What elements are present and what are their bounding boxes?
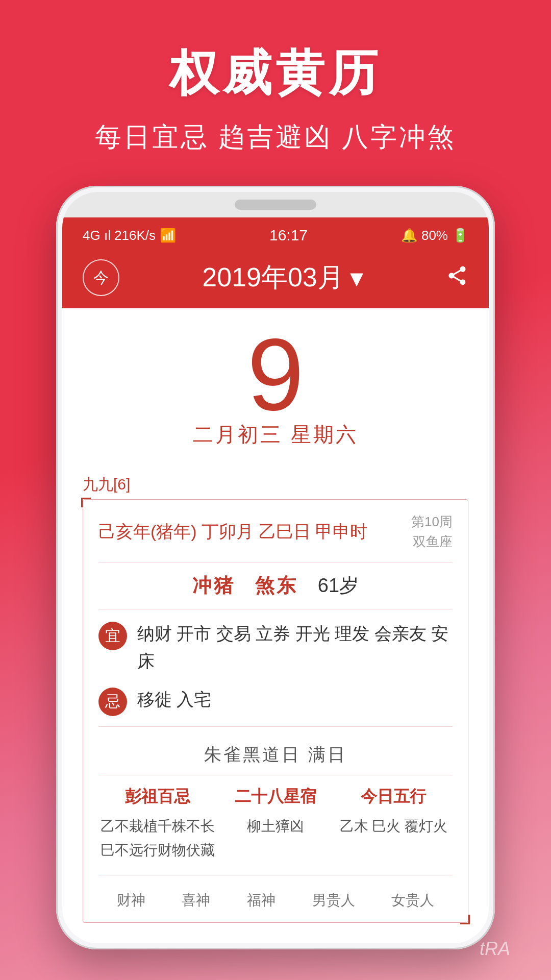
main-title: 权威黄历 [169,41,382,107]
three-col: 彭祖百忌 乙不栽植千株不长 巳不远行财物伏藏 二十八星宿 柳土獐凶 今日五行 乙… [98,786,453,875]
zhaque-text: 朱雀黑道日 满日 [204,745,346,764]
day-number: 9 [247,324,304,426]
date-display: 9 二月初三 星期六 [83,308,468,459]
zodiac: 双鱼座 [411,532,453,552]
wifi-icon: 📶 [160,228,176,243]
info-box: 己亥年(猪年) 丁卯月 乙巳日 甲申时 第10周 双鱼座 冲猪 煞东 61岁 [83,499,468,923]
phone-inner: 4G ıl 216K/s 📶 16:17 🔔 80% 🔋 今 2019年03月 … [62,192,489,943]
ji-label: 忌 [105,691,120,712]
col3-content: 乙木 巳火 覆灯火 [335,814,453,839]
chong-row: 冲猪 煞东 61岁 [98,573,453,609]
top-section: 权威黄历 每日宜忌 趋吉避凶 八字冲煞 [0,0,551,186]
col2-title: 二十八星宿 [216,786,334,808]
deity-2: 喜神 [182,891,210,910]
week-num: 第10周 [411,512,453,532]
ji-row: 忌 移徙 入宅 [98,685,453,716]
zhaque-row: 朱雀黑道日 满日 [98,735,453,775]
dropdown-icon: ▾ [350,262,363,293]
deity-3: 福神 [247,891,276,910]
yi-label: 宜 [105,626,120,647]
phone-mockup: 4G ıl 216K/s 📶 16:17 🔔 80% 🔋 今 2019年03月 … [56,186,495,949]
battery-text: 80% [421,228,448,243]
col-wuxing: 今日五行 乙木 巳火 覆灯火 [335,786,453,863]
today-label: 今 [93,267,109,288]
deity-5: 女贵人 [391,891,434,910]
bottom-area: tRA [480,938,510,960]
age-text: 61岁 [318,575,359,596]
status-bar: 4G ıl 216K/s 📶 16:17 🔔 80% 🔋 [62,217,489,249]
col-xingxiu: 二十八星宿 柳土獐凶 [216,786,334,863]
ji-content: 移徙 入宅 [137,685,453,713]
ji-badge: 忌 [98,688,127,716]
info-section: 九九[6] 己亥年(猪年) 丁卯月 乙巳日 甲申时 第10周 双鱼座 冲猪 [83,474,468,923]
col1-line1: 乙不栽植千株不长 [98,814,216,839]
col-pengzu: 彭祖百忌 乙不栽植千株不长 巳不远行财物伏藏 [98,786,216,863]
content-area: 9 二月初三 星期六 九九[6] 己亥年(猪年) 丁卯月 乙巳日 甲申时 第10… [62,308,489,943]
col3-title: 今日五行 [335,786,453,808]
speaker [235,200,316,210]
ganzhi-text: 己亥年(猪年) 丁卯月 乙巳日 甲申时 [98,520,367,544]
alarm-icon: 🔔 [401,228,417,243]
yi-content: 纳财 开市 交易 立券 开光 理发 会亲友 安床 [137,620,453,675]
share-button[interactable] [446,264,468,291]
deities-row: 财神 喜神 福神 男贵人 女贵人 [98,886,453,910]
lunar-date: 二月初三 星期六 [193,421,358,449]
watermark-text: tRA [480,938,510,959]
ganzhi-row: 己亥年(猪年) 丁卯月 乙巳日 甲申时 第10周 双鱼座 [98,512,453,562]
col2-content: 柳土獐凶 [216,814,334,839]
col1-title: 彭祖百忌 [98,786,216,808]
yi-row: 宜 纳财 开市 交易 立券 开光 理发 会亲友 安床 [98,620,453,675]
status-left: 4G ıl 216K/s 📶 [83,228,176,243]
jiu-jiu-label: 九九[6] [83,474,468,495]
month-label: 2019年03月 [202,260,344,296]
week-zodiac: 第10周 双鱼座 [411,512,453,552]
status-time: 16:17 [269,227,308,244]
yi-badge: 宜 [98,622,127,650]
battery-icon: 🔋 [452,228,468,243]
deity-1: 财神 [117,891,145,910]
col1-line2: 巳不远行财物伏藏 [98,838,216,863]
deity-4: 男贵人 [312,891,355,910]
nav-bar: 今 2019年03月 ▾ [62,249,489,308]
today-button[interactable]: 今 [83,259,119,296]
phone-notch [62,192,489,217]
month-selector[interactable]: 2019年03月 ▾ [202,260,363,296]
sha-text: 煞东 [255,575,298,596]
sub-title: 每日宜忌 趋吉避凶 八字冲煞 [95,119,457,155]
status-right: 🔔 80% 🔋 [401,228,468,243]
signal-indicator: 4G ıl 216K/s [83,228,156,243]
chong-text: 冲猪 [192,575,235,596]
divider-1 [98,726,453,727]
